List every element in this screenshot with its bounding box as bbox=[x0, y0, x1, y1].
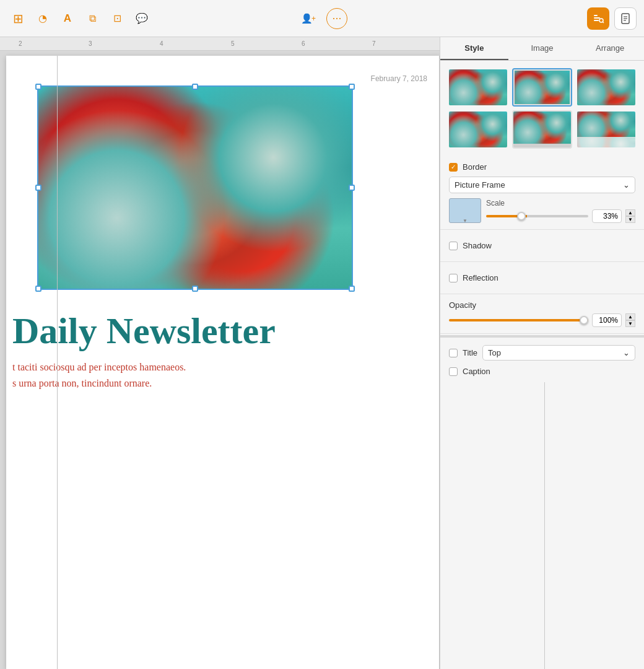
style-thumbnails-grid bbox=[440, 61, 644, 156]
ruler-mark-6: 6 bbox=[302, 40, 305, 47]
border-section: Border Picture Frame ⌄ Scale ▲ ▼ bbox=[440, 156, 644, 230]
flower-image bbox=[38, 87, 352, 289]
document-date: February 7, 2018 bbox=[371, 74, 427, 83]
border-dropdown[interactable]: Picture Frame ⌄ bbox=[449, 177, 635, 193]
document-area: 2 3 4 5 6 7 February 7, 2018 bbox=[0, 37, 440, 669]
handle-top-middle[interactable] bbox=[192, 84, 198, 90]
ruler-mark-3: 3 bbox=[89, 40, 92, 47]
style-thumb-1[interactable] bbox=[448, 68, 508, 107]
style-thumb-3[interactable] bbox=[576, 68, 637, 107]
opacity-row: ▲ ▼ bbox=[449, 313, 635, 327]
newsletter-title: Daily Newsletter bbox=[12, 310, 276, 352]
border-scale-preview bbox=[449, 198, 481, 223]
scale-value-input[interactable] bbox=[592, 209, 622, 223]
opacity-stepper: ▲ ▼ bbox=[625, 313, 635, 327]
scale-stepper-down[interactable]: ▼ bbox=[625, 216, 635, 223]
bottom-callout-line bbox=[544, 382, 545, 669]
svg-line-4 bbox=[603, 22, 604, 23]
opacity-section: Opacity ▲ ▼ bbox=[440, 294, 644, 334]
panel-bottom bbox=[440, 382, 644, 669]
scale-stepper-up[interactable]: ▲ bbox=[625, 209, 635, 216]
more-icon[interactable]: ··· bbox=[326, 8, 347, 29]
shadow-label: Shadow bbox=[463, 241, 492, 250]
handle-middle-left[interactable] bbox=[35, 185, 41, 191]
shadow-checkbox[interactable] bbox=[449, 242, 458, 250]
reflection-row: Reflection bbox=[449, 268, 635, 287]
svg-rect-1 bbox=[594, 17, 600, 19]
handle-bottom-middle[interactable] bbox=[192, 286, 198, 292]
svg-point-3 bbox=[599, 19, 603, 22]
title-position-dropdown[interactable]: Top ⌄ bbox=[482, 345, 635, 361]
caption-checkbox[interactable] bbox=[449, 367, 458, 376]
left-callout-line bbox=[57, 56, 58, 669]
ruler-mark-7: 7 bbox=[372, 40, 376, 47]
scale-slider[interactable] bbox=[486, 215, 588, 217]
style-thumb-5[interactable] bbox=[512, 110, 573, 149]
border-label: Border bbox=[463, 162, 487, 172]
opacity-value-input[interactable] bbox=[592, 313, 622, 327]
main-area: 2 3 4 5 6 7 February 7, 2018 bbox=[0, 37, 644, 669]
handle-top-right[interactable] bbox=[349, 84, 355, 90]
panel-tabs: Style Image Arrange bbox=[440, 37, 644, 61]
tab-style[interactable]: Style bbox=[440, 37, 508, 60]
toolbar-right bbox=[587, 7, 637, 30]
chevron-down-icon-title: ⌄ bbox=[623, 348, 630, 357]
style-thumb-6[interactable] bbox=[576, 110, 637, 149]
style-thumb-4[interactable] bbox=[448, 110, 508, 149]
media-icon[interactable]: ⊡ bbox=[107, 8, 128, 29]
scale-label: Scale bbox=[486, 199, 635, 208]
handle-top-left[interactable] bbox=[35, 84, 41, 90]
ruler-mark-2: 2 bbox=[19, 40, 22, 47]
ruler-mark-5: 5 bbox=[231, 40, 235, 47]
chevron-down-icon: ⌄ bbox=[623, 180, 630, 190]
opacity-stepper-down[interactable]: ▼ bbox=[625, 320, 635, 327]
reflection-section: Reflection bbox=[440, 262, 644, 294]
caption-row: Caption bbox=[449, 367, 635, 376]
selected-image[interactable] bbox=[37, 85, 353, 290]
newsletter-body: t taciti sociosqu ad per inceptos hamena… bbox=[12, 359, 186, 391]
document-page: February 7, 2018 Daily Newsletter t taci… bbox=[6, 56, 440, 669]
shapes-icon[interactable]: ⧉ bbox=[82, 8, 103, 29]
style-thumb-2[interactable] bbox=[512, 68, 573, 107]
ruler: 2 3 4 5 6 7 bbox=[0, 37, 440, 51]
table-icon[interactable]: ⊞ bbox=[7, 8, 28, 29]
title-checkbox[interactable] bbox=[449, 349, 458, 357]
handle-bottom-right[interactable] bbox=[349, 286, 355, 292]
opacity-slider[interactable] bbox=[449, 319, 588, 321]
document-button[interactable] bbox=[614, 7, 637, 30]
handle-bottom-left[interactable] bbox=[35, 286, 41, 292]
comment-icon[interactable]: 💬 bbox=[131, 8, 152, 29]
opacity-stepper-up[interactable]: ▲ bbox=[625, 313, 635, 320]
border-row: Border bbox=[449, 162, 635, 172]
format-button[interactable] bbox=[587, 7, 609, 30]
reflection-checkbox[interactable] bbox=[449, 274, 458, 282]
toolbar-center: 👤+ ··· bbox=[297, 7, 347, 30]
tab-image[interactable]: Image bbox=[508, 37, 577, 60]
scale-row: Scale ▲ ▼ bbox=[449, 198, 635, 223]
opacity-label: Opacity bbox=[449, 300, 635, 310]
tab-arrange[interactable]: Arrange bbox=[576, 37, 644, 60]
title-caption-section: Title Top ⌄ Caption bbox=[440, 339, 644, 382]
svg-rect-2 bbox=[594, 20, 599, 21]
title-label: Title bbox=[463, 348, 477, 357]
border-checkbox[interactable] bbox=[449, 163, 458, 172]
shadow-row: Shadow bbox=[449, 236, 635, 255]
svg-rect-0 bbox=[594, 15, 598, 16]
scale-controls: Scale ▲ ▼ bbox=[486, 199, 635, 223]
handle-middle-right[interactable] bbox=[349, 185, 355, 191]
caption-label: Caption bbox=[463, 367, 490, 376]
scale-slider-container: ▲ ▼ bbox=[486, 209, 635, 223]
text-icon[interactable]: A bbox=[57, 8, 78, 29]
ruler-mark-4: 4 bbox=[160, 40, 163, 47]
chart-icon[interactable]: ◔ bbox=[32, 8, 53, 29]
reflection-label: Reflection bbox=[463, 273, 498, 282]
panel-divider bbox=[440, 335, 644, 338]
collaborate-icon[interactable]: 👤+ bbox=[297, 7, 320, 30]
right-panel: Style Image Arrange bbox=[440, 37, 644, 669]
scale-stepper: ▲ ▼ bbox=[625, 209, 635, 223]
toolbar: ⊞ ◔ A ⧉ ⊡ 💬 👤+ ··· bbox=[0, 0, 644, 37]
shadow-section: Shadow bbox=[440, 230, 644, 262]
right-callout-line bbox=[439, 56, 440, 669]
title-row: Title Top ⌄ bbox=[449, 345, 635, 361]
